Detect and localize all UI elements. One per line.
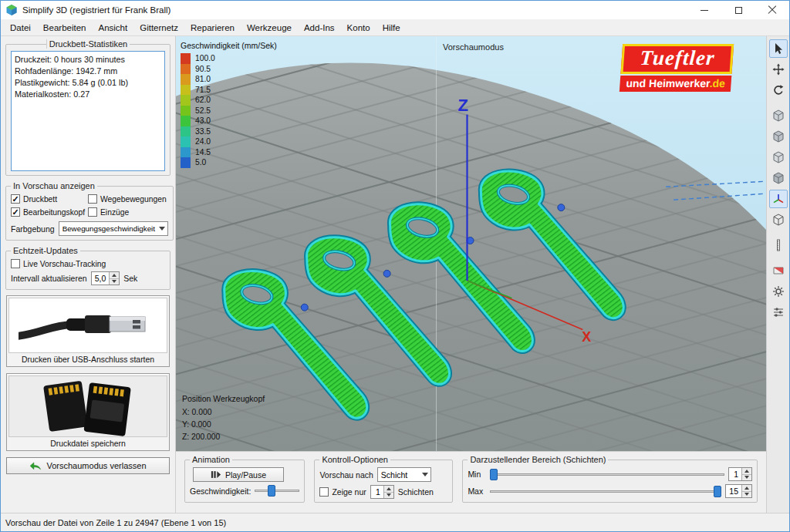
speed-legend-entries: 100.090.581.071.562.052.543.033.524.014.…: [181, 53, 277, 168]
save-print-file-button-label: Druckdatei speichern: [8, 437, 167, 449]
slider-track[interactable]: [255, 490, 299, 492]
spinner-value: 1: [729, 468, 741, 480]
schichten-label: Schichten: [398, 487, 434, 497]
vorschau-nach-label: Vorschau nach: [319, 470, 373, 480]
checkbox-label: Einzüge: [100, 208, 129, 217]
checkbox-bearbeitungskopf[interactable]: Bearbeitungskopf: [11, 207, 88, 217]
menu-bearbeiten[interactable]: Bearbeiten: [37, 22, 93, 34]
zeige-nur-checkbox[interactable]: Zeige nur: [319, 487, 366, 497]
spinner-up-icon[interactable]: [742, 485, 751, 492]
legend-value: 62.0: [195, 96, 211, 104]
rotate-tool-icon[interactable]: [769, 81, 788, 99]
group-title-stats: Druckbett-Statistiken: [46, 39, 130, 49]
spinner-value: 15: [726, 485, 741, 497]
ruler-tool-icon[interactable]: [769, 236, 788, 254]
select-tool-icon[interactable]: [769, 39, 788, 58]
legend-value: 90.5: [195, 65, 211, 73]
vorschau-nach-dropdown[interactable]: Schicht: [377, 467, 431, 482]
spinner-up-icon[interactable]: [384, 486, 393, 493]
slider-track[interactable]: [490, 490, 721, 493]
group-title-preview: In Vorschau anzeigen: [11, 181, 97, 190]
tueftler-logo: Tueftler und Heimwerker.de: [619, 44, 734, 92]
view-cube-iso-icon[interactable]: [769, 169, 788, 187]
spinner-down-icon[interactable]: [384, 493, 393, 499]
wireframe-cube-tool-icon[interactable]: [769, 210, 788, 229]
save-print-file-button[interactable]: Druckdatei speichern: [6, 373, 170, 451]
checkbox-einzuege[interactable]: Einzüge: [88, 207, 168, 217]
legend-color-swatch: [181, 85, 191, 96]
max-layer-slider[interactable]: [490, 486, 721, 497]
move-tool-icon[interactable]: [769, 60, 788, 79]
legend-entry: 100.0: [181, 53, 277, 64]
menu-ansicht[interactable]: Ansicht: [92, 22, 133, 34]
maximize-button[interactable]: [721, 1, 755, 19]
spinner-down-icon[interactable]: [742, 492, 751, 498]
menu-werkzeuge[interactable]: Werkzeuge: [241, 22, 298, 34]
legend-color-swatch: [181, 53, 191, 64]
checkbox-wegebewegungen[interactable]: Wegebewegungen: [88, 194, 168, 204]
spinner-up-icon[interactable]: [742, 468, 751, 475]
checkbox-live-tracking[interactable]: Live Vorschau-Tracking: [11, 259, 165, 268]
usb-print-button[interactable]: Drucken über USB-Anschluss starten: [6, 295, 170, 367]
legend-value: 43.0: [195, 116, 211, 125]
min-label: Min: [468, 470, 486, 479]
view-cube-top-icon[interactable]: [769, 127, 788, 146]
menu-gitternetz[interactable]: Gitternetz: [133, 22, 184, 34]
slider-thumb[interactable]: [268, 485, 275, 497]
play-pause-button[interactable]: Play/Pause: [193, 467, 284, 482]
spinner-up-icon[interactable]: [110, 272, 119, 279]
logo-line2-text: und Heimwerker: [626, 77, 710, 89]
legend-color-swatch: [181, 64, 191, 75]
usb-cable-image: [8, 298, 167, 353]
slider-thumb[interactable]: [714, 486, 721, 497]
app-logo-icon: [5, 4, 18, 16]
farbgebung-dropdown[interactable]: Bewegungsgeschwindigkeit: [59, 221, 168, 236]
checkbox-druckbett[interactable]: Druckbett: [11, 194, 88, 204]
menu-konto[interactable]: Konto: [341, 22, 376, 34]
maximize-icon: [735, 7, 742, 14]
legend-value: 71.5: [195, 86, 211, 94]
spinner-down-icon[interactable]: [110, 279, 119, 285]
menu-reparieren[interactable]: Reparieren: [184, 22, 241, 34]
checkbox-box: [88, 194, 97, 204]
intervall-unit: Sek: [123, 274, 137, 283]
min-layer-spinner[interactable]: 1: [728, 467, 752, 481]
legend-entry: 24.0: [181, 136, 277, 147]
zeige-nur-spinner[interactable]: 1: [370, 485, 394, 499]
menu-datei[interactable]: Datei: [4, 22, 37, 34]
stat-druckzeit: Druckzeit: 0 hours 30 minutes: [15, 54, 161, 66]
speed-legend: Geschwindigkeit (mm/Sek) 100.090.581.071…: [181, 41, 277, 168]
exit-preview-button[interactable]: Vorschaumodus verlassen: [6, 457, 170, 474]
left-panel: Druckbett-Statistiken Druckzeit: 0 hours…: [1, 36, 175, 513]
min-layer-slider[interactable]: [490, 469, 724, 480]
slider-track[interactable]: [490, 473, 724, 476]
slider-thumb[interactable]: [490, 469, 498, 480]
position-z: Z: 200.000: [182, 431, 265, 443]
coordinate-axes-tool-icon[interactable]: [769, 190, 788, 208]
intervall-spinner[interactable]: 5,0: [91, 271, 120, 285]
animation-speed-slider[interactable]: [255, 485, 299, 497]
checkbox-label: Wegebewegungen: [100, 195, 167, 204]
menu-addins[interactable]: Add-Ins: [298, 22, 341, 34]
close-icon: [768, 5, 777, 15]
machine-control-panel-icon[interactable]: [769, 303, 788, 322]
stat-plastikgewicht: Plastikgewicht: 5.84 g (0.01 lb): [15, 77, 161, 89]
close-button[interactable]: [755, 1, 789, 19]
spinner-down-icon[interactable]: [742, 475, 751, 481]
view-cube-front-icon[interactable]: [769, 106, 788, 125]
layer-range-group: Darzustellender Bereich (Schichten) Min …: [462, 455, 758, 503]
logo-line2: und Heimwerker.de: [619, 76, 731, 92]
checkbox-box: [11, 259, 20, 268]
view-cube-side-icon[interactable]: [769, 148, 788, 167]
max-layer-spinner[interactable]: 15: [725, 484, 752, 498]
kontroll-optionen-group: Kontroll-Optionen Vorschau nach Schicht …: [314, 455, 453, 503]
minimize-button[interactable]: [687, 1, 721, 19]
settings-gear-icon[interactable]: [769, 282, 788, 301]
viewport-3d[interactable]: Z X Geschwindigkeit (mm/Sek) 100.090.581…: [176, 36, 766, 451]
group-title-animation: Animation: [190, 455, 232, 464]
legend-value: 24.0: [195, 137, 211, 146]
farbgebung-value: Bewegungsgeschwindigkeit: [62, 224, 155, 233]
exit-preview-label: Vorschaumodus verlassen: [46, 461, 146, 470]
cross-section-tool-icon[interactable]: [769, 261, 788, 280]
menu-hilfe[interactable]: Hilfe: [376, 22, 407, 34]
